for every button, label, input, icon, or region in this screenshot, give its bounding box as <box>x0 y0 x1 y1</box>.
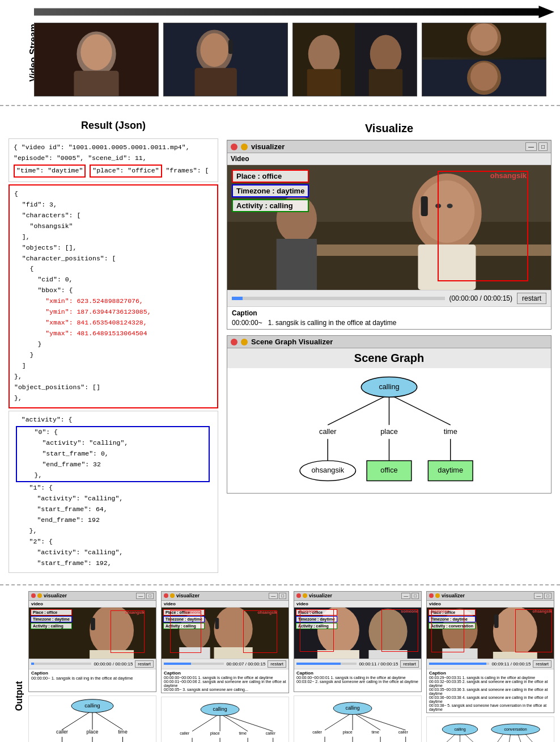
mini-sg-svg-3: calling caller place time caller ohsangs… <box>297 699 418 742</box>
mini-time-1: 00:00:00 / 00:00:15 <box>94 661 133 667</box>
viz-progress-fill <box>232 297 243 300</box>
mini-restart-1[interactable]: restart <box>135 660 154 668</box>
mini-viz-1: visualizer — □ video Place : of <box>28 591 156 692</box>
mini-caption-label-2: Caption <box>164 671 286 676</box>
mini-min-3[interactable]: — <box>401 593 410 599</box>
mini-video-area-3: Place : office Timezone : daytime Activi… <box>294 608 421 659</box>
svg-point-18 <box>470 23 498 52</box>
mini-titlebar-1: visualizer — □ <box>29 592 156 601</box>
mini-video-area-2: Place : office Timezone : daytime Activi… <box>162 608 289 659</box>
node-caller-text: caller <box>319 427 337 436</box>
video-thumb-4 <box>422 23 546 96</box>
output-col-3: visualizer — □ video <box>294 591 422 742</box>
mini-progress-2[interactable] <box>164 663 224 665</box>
mini-restart-4[interactable]: restart <box>533 660 551 668</box>
svg-line-75 <box>353 713 380 730</box>
svg-line-54 <box>192 714 220 731</box>
svg-line-96 <box>465 734 480 742</box>
mini-video-label-3: video <box>294 601 421 608</box>
mini-restart-2[interactable]: restart <box>268 660 286 668</box>
json-time-highlight: "time": "daytime" <box>14 165 86 178</box>
visualize-title: Visualize <box>227 117 551 140</box>
mini-node-caller-1: caller <box>56 729 68 735</box>
svg-line-40 <box>92 710 123 730</box>
mini-titlebar-3: visualizer — □ <box>294 592 421 601</box>
mini-sg-svg-4: calling conversation time place caller <box>430 720 551 742</box>
viz-restart-button[interactable]: restart <box>517 293 546 304</box>
mini-progress-3[interactable] <box>296 663 357 665</box>
mini-max-4[interactable]: □ <box>544 593 551 599</box>
mini-max-3[interactable]: □ <box>411 593 419 599</box>
output-section: Output visualizer — □ video <box>0 585 560 742</box>
overlay-place: Place : office <box>232 170 309 183</box>
mini-person-bbox-4a: ohsangsik <box>515 609 552 652</box>
mini-node-place-1: place <box>87 729 99 735</box>
mini-person-label-4b: someone <box>432 609 449 613</box>
mini-max-1[interactable]: □ <box>146 593 154 599</box>
json-block-top: { "video id": "1001.0001.0005.0001.0011.… <box>9 138 218 182</box>
mini-min-2[interactable]: — <box>269 593 278 599</box>
mini-max-2[interactable]: □ <box>279 593 286 599</box>
viz-caption-content: 1. sangsik is calling in the office at d… <box>268 319 397 327</box>
svg-rect-15 <box>369 69 402 96</box>
svg-point-7 <box>200 33 228 66</box>
viz-window: visualizer — □ Video <box>227 140 551 330</box>
mini-sg-3: calling caller place time caller ohsangs… <box>294 695 422 742</box>
main-content: Result (Json) { "video id": "1001.0001.0… <box>0 106 560 585</box>
mini-node-place-3: place <box>343 730 353 735</box>
mini-node-conversation-4: conversation <box>504 727 527 731</box>
mini-controls-4: 00:09:11 / 00:00:15 restart <box>427 659 554 669</box>
mini-time-3: 00:00:11 / 00:00:15 <box>359 661 398 667</box>
mini-progress-fill-2 <box>164 663 191 665</box>
mini-progress-fill-4 <box>429 663 486 665</box>
viz-caption-label: Caption <box>232 309 546 317</box>
mini-sg-svg-1: calling caller place time ohsangsik offi… <box>32 699 153 742</box>
viz-video-label: Video <box>227 153 551 165</box>
mini-progress-4[interactable] <box>429 663 489 665</box>
mini-caption-4: Caption 00:03:29~00:03:31 1. sangsik is … <box>427 669 554 713</box>
mini-viz-3: visualizer — □ video <box>294 591 422 692</box>
mini-title-2: visualizer <box>176 593 267 598</box>
svg-line-38 <box>62 710 93 730</box>
mini-person-label-3b: someone <box>300 609 318 613</box>
mini-caption-1: Caption 00:00:00~ 1. sangsik is call ing… <box>29 669 156 692</box>
svg-rect-33 <box>277 239 317 290</box>
viz-titlebar: visualizer — □ <box>227 141 551 153</box>
mini-dot-red-1 <box>31 593 36 598</box>
mini-node-time-3: time <box>371 730 379 735</box>
mini-controls-2: 00:00:07 / 00:00:15 restart <box>162 659 289 669</box>
viz-controls: (00:00:00 / 00:00:15) restart <box>227 290 551 306</box>
mini-node-time-2: time <box>239 731 246 736</box>
svg-line-99 <box>518 734 523 742</box>
viz-progress-bar[interactable] <box>232 297 445 300</box>
json-block-activity: "activity": { "0": { "activity": "callin… <box>9 411 218 573</box>
output-label: Output <box>14 681 24 711</box>
mini-node-calling-3: calling <box>345 705 359 711</box>
viz-maximize-btn[interactable]: □ <box>538 142 548 151</box>
mini-person-bbox-4b: someone <box>431 609 464 652</box>
json-activity-highlight: "0": { "activity": "calling", "start_fra… <box>16 426 210 482</box>
mini-dot-yellow-2 <box>170 593 175 598</box>
viz-time-display: (00:00:00 / 00:00:15) <box>449 294 512 302</box>
json-place-highlight: "place": "office" <box>90 165 162 178</box>
svg-rect-51 <box>215 618 219 629</box>
mini-caption-text-3: 00:00:00~00:00:01 1. sangsik is calling … <box>296 676 419 684</box>
mini-ovl-place-1: Place : office <box>31 609 72 615</box>
mini-person-label-4a: ohsangsik <box>532 609 552 613</box>
mini-min-1[interactable]: — <box>136 593 145 599</box>
mini-progress-1[interactable] <box>31 663 91 665</box>
viz-window-title: visualizer <box>251 142 285 151</box>
mini-caption-text-4: 00:03:29~00:03:31 1. sangsik is calling … <box>429 676 551 711</box>
mini-time-2: 00:00:07 / 00:00:15 <box>226 661 265 667</box>
mini-restart-3[interactable]: restart <box>400 660 419 668</box>
mini-ovl-activity-1: Activity : calling <box>31 623 72 629</box>
mini-person-label-3a: someone <box>401 609 418 613</box>
edge-root-caller <box>328 394 389 425</box>
viz-minimize-btn[interactable]: — <box>525 142 537 151</box>
mini-node-calling-1: calling <box>84 702 100 709</box>
mini-person-bbox-3b: someone <box>300 609 334 652</box>
node-time-text: time <box>444 427 457 436</box>
mini-min-4[interactable]: — <box>534 593 543 599</box>
scene-graph-title: Scene Graph <box>227 348 551 368</box>
mini-caption-label-3: Caption <box>296 671 419 676</box>
